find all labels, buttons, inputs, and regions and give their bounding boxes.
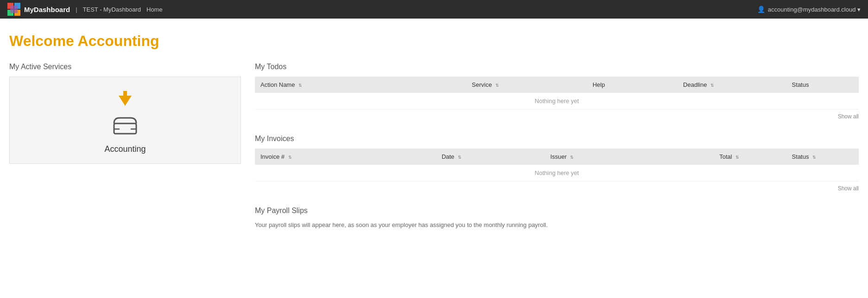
col-status[interactable]: Status bbox=[786, 77, 859, 93]
col-inv-status[interactable]: Status ⇅ bbox=[786, 149, 859, 165]
sort-invoice-icon: ⇅ bbox=[288, 155, 292, 160]
todos-empty-message: Nothing here yet bbox=[255, 93, 859, 110]
todos-show-all-button[interactable]: Show all bbox=[838, 111, 859, 122]
todos-show-all-row: Show all bbox=[255, 111, 859, 122]
todos-table: Action Name ⇅ Service ⇅ Help D bbox=[255, 77, 859, 110]
sort-date-icon: ⇅ bbox=[458, 155, 462, 160]
service-name: Accounting bbox=[104, 144, 146, 154]
logo-block[interactable]: MyDashboard bbox=[7, 3, 70, 16]
col-action-name[interactable]: Action Name ⇅ bbox=[255, 77, 466, 93]
invoices-show-all-button[interactable]: Show all bbox=[838, 183, 859, 194]
welcome-title: Welcome Accounting bbox=[9, 32, 859, 50]
logo-title: MyDashboard bbox=[24, 6, 70, 13]
logo-icon bbox=[7, 3, 20, 16]
inbox-icon bbox=[113, 115, 137, 141]
sort-service-icon: ⇅ bbox=[495, 83, 499, 88]
sort-issuer-icon: ⇅ bbox=[570, 155, 574, 160]
nav-home-link[interactable]: Home bbox=[146, 6, 163, 13]
nav-separator: | bbox=[76, 6, 77, 13]
service-card-accounting[interactable]: Accounting bbox=[9, 77, 241, 164]
layout: My Active Services bbox=[9, 63, 859, 243]
sort-inv-status-icon: ⇅ bbox=[812, 155, 816, 160]
payroll-section: My Payroll Slips Your payroll slips will… bbox=[255, 207, 859, 230]
user-menu[interactable]: 👤 accounting@mydashboard.cloud bbox=[757, 6, 861, 13]
sort-total-icon: ⇅ bbox=[735, 155, 739, 160]
right-panel: My Todos Action Name ⇅ Service ⇅ bbox=[255, 63, 859, 243]
invoices-section: My Invoices Invoice # ⇅ Date ⇅ bbox=[255, 135, 859, 194]
user-email: accounting@mydashboard.cloud bbox=[768, 6, 861, 13]
col-date[interactable]: Date ⇅ bbox=[436, 149, 545, 165]
col-service[interactable]: Service ⇅ bbox=[466, 77, 587, 93]
col-invoice-num[interactable]: Invoice # ⇅ bbox=[255, 149, 436, 165]
todos-title: My Todos bbox=[255, 63, 859, 71]
col-help[interactable]: Help bbox=[587, 77, 678, 93]
invoices-empty-row: Nothing here yet bbox=[255, 165, 859, 181]
col-deadline[interactable]: Deadline ⇅ bbox=[678, 77, 786, 93]
invoices-table: Invoice # ⇅ Date ⇅ Issuer ⇅ bbox=[255, 149, 859, 181]
nav-left: MyDashboard | TEST - MyDashboard Home bbox=[7, 3, 163, 16]
todos-header-row: Action Name ⇅ Service ⇅ Help D bbox=[255, 77, 859, 93]
svg-rect-4 bbox=[10, 6, 18, 13]
left-panel: My Active Services bbox=[9, 63, 241, 164]
payroll-description: Your payroll slips will appear here, as … bbox=[255, 220, 859, 230]
active-services-title: My Active Services bbox=[9, 63, 241, 71]
down-arrow-icon bbox=[115, 88, 135, 111]
invoices-title: My Invoices bbox=[255, 135, 859, 143]
todos-section: My Todos Action Name ⇅ Service ⇅ bbox=[255, 63, 859, 122]
svg-rect-6 bbox=[123, 91, 127, 101]
sort-deadline-icon: ⇅ bbox=[710, 83, 714, 88]
user-icon: 👤 bbox=[757, 6, 765, 13]
invoices-show-all-row: Show all bbox=[255, 183, 859, 194]
invoices-header-row: Invoice # ⇅ Date ⇅ Issuer ⇅ bbox=[255, 149, 859, 165]
col-issuer[interactable]: Issuer ⇅ bbox=[545, 149, 714, 165]
nav-subtitle: TEST - MyDashboard bbox=[83, 6, 141, 13]
invoices-empty-message: Nothing here yet bbox=[255, 165, 859, 181]
top-nav: MyDashboard | TEST - MyDashboard Home 👤 … bbox=[0, 0, 868, 19]
sort-action-icon: ⇅ bbox=[298, 83, 302, 88]
main-content: Welcome Accounting My Active Services bbox=[0, 19, 868, 252]
todos-empty-row: Nothing here yet bbox=[255, 93, 859, 110]
payroll-title: My Payroll Slips bbox=[255, 207, 859, 215]
col-total[interactable]: Total ⇅ bbox=[714, 149, 786, 165]
